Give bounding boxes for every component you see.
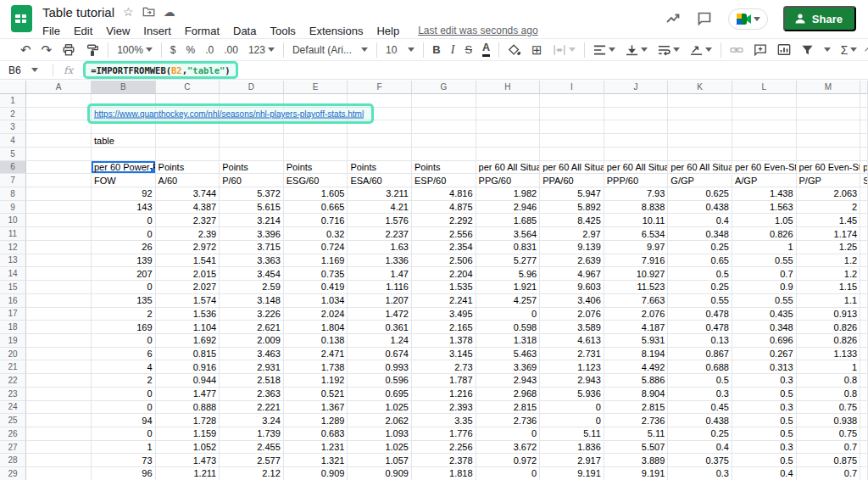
cell-I25[interactable]: 0 — [540, 414, 604, 427]
cell-F23[interactable]: 0.695 — [348, 388, 412, 401]
cell-I13[interactable]: 2.639 — [540, 254, 604, 268]
cell-D5[interactable] — [220, 148, 284, 161]
formula-input[interactable]: =IMPORTFROMWEB(B2,"table") — [91, 65, 230, 75]
cell-H27[interactable]: 3.672 — [476, 441, 541, 455]
cell-N18[interactable] — [860, 321, 868, 334]
cell-J15[interactable]: 11.523 — [604, 281, 669, 294]
cell-F3[interactable] — [348, 120, 412, 134]
cell-E24[interactable]: 1.367 — [284, 401, 348, 415]
cell-F5[interactable] — [348, 148, 412, 161]
cell-E12[interactable]: 0.724 — [284, 241, 348, 254]
cell-H19[interactable]: 1.318 — [476, 334, 541, 348]
format-percent-button[interactable]: % — [181, 40, 201, 60]
cell-K28[interactable]: 0.375 — [668, 454, 732, 467]
cell-A22[interactable] — [26, 374, 92, 388]
cell-C26[interactable]: 1.159 — [156, 427, 220, 441]
cell-C24[interactable]: 0.888 — [156, 401, 220, 415]
cell-A10[interactable] — [26, 214, 92, 227]
row-header-4[interactable]: 4 — [0, 134, 26, 148]
last-edit-link[interactable]: Last edit was seconds ago — [418, 25, 537, 36]
cell-E26[interactable]: 0.683 — [284, 427, 348, 441]
cell-L25[interactable]: 0.5 — [732, 414, 797, 427]
column-header-C[interactable]: C — [156, 81, 220, 94]
row-header-27[interactable]: 27 — [0, 441, 26, 455]
cell-A16[interactable] — [26, 294, 92, 308]
insights-icon[interactable] — [665, 11, 682, 26]
cell-B23[interactable]: 0 — [92, 388, 156, 401]
cell-G23[interactable]: 1.216 — [412, 388, 476, 401]
cell-K5[interactable] — [668, 148, 732, 161]
cell-A24[interactable] — [26, 401, 92, 415]
row-header-26[interactable]: 26 — [0, 427, 26, 441]
meet-button[interactable] — [728, 8, 768, 30]
cell-F6[interactable]: Points — [348, 161, 412, 175]
column-header-G[interactable]: G — [412, 81, 476, 94]
row-header-17[interactable]: 17 — [0, 308, 26, 321]
cell-B29[interactable]: 96 — [92, 467, 156, 480]
cell-N1[interactable] — [860, 94, 868, 108]
cell-N29[interactable] — [860, 467, 868, 480]
cell-B15[interactable]: 0 — [92, 281, 156, 294]
row-header-18[interactable]: 18 — [0, 321, 26, 334]
cell-E16[interactable]: 1.034 — [284, 294, 348, 308]
menu-edit[interactable]: Edit — [67, 25, 99, 37]
menu-help[interactable]: Help — [370, 25, 406, 37]
cell-K20[interactable]: 0.867 — [668, 348, 732, 361]
cell-B17[interactable]: 2 — [92, 308, 156, 321]
row-header-3[interactable]: 3 — [0, 120, 26, 134]
cell-B7[interactable]: FOW — [92, 174, 156, 187]
cell-N23[interactable] — [860, 388, 868, 401]
cell-M29[interactable]: 0.7 — [797, 467, 861, 480]
cell-N12[interactable] — [860, 241, 868, 254]
decrease-decimal-button[interactable]: .0 — [200, 40, 219, 60]
cell-N25[interactable] — [860, 414, 868, 427]
cell-K12[interactable]: 0.25 — [668, 241, 732, 254]
cell-J20[interactable]: 8.194 — [604, 348, 669, 361]
cell-A8[interactable] — [26, 187, 92, 201]
cell-L12[interactable]: 1 — [732, 241, 797, 254]
cell-E20[interactable]: 2.471 — [284, 348, 348, 361]
cell-G25[interactable]: 3.35 — [412, 414, 476, 427]
row-header-6[interactable]: 6 — [0, 161, 26, 175]
functions-button[interactable]: Σ — [836, 40, 863, 60]
cell-B26[interactable]: 0 — [92, 427, 156, 441]
cell-L22[interactable]: 0.3 — [732, 374, 797, 388]
column-header-E[interactable]: E — [284, 81, 348, 94]
cell-C20[interactable]: 0.815 — [156, 348, 220, 361]
column-header-F[interactable]: F — [348, 81, 412, 94]
cell-E19[interactable]: 0.138 — [284, 334, 348, 348]
cell-C12[interactable]: 2.972 — [156, 241, 220, 254]
cell-J24[interactable]: 2.815 — [604, 401, 669, 415]
cell-L21[interactable]: 0.313 — [732, 360, 797, 374]
cell-G29[interactable]: 1.818 — [412, 467, 476, 480]
cell-F11[interactable]: 2.237 — [348, 227, 412, 241]
column-header-A[interactable]: A — [26, 81, 92, 94]
collapse-toolbar-button[interactable] — [862, 40, 868, 60]
cell-G2[interactable] — [412, 108, 476, 121]
cell-L16[interactable]: 0.55 — [732, 294, 797, 308]
cell-N28[interactable] — [860, 454, 868, 467]
cell-G1[interactable] — [412, 94, 476, 108]
cell-J10[interactable]: 10.11 — [604, 214, 669, 227]
cell-J7[interactable]: PPP/60 — [604, 174, 669, 187]
cell-F29[interactable]: 0.909 — [348, 467, 412, 480]
cell-G11[interactable]: 2.556 — [412, 227, 476, 241]
cell-H29[interactable]: 0 — [476, 467, 541, 480]
menu-view[interactable]: View — [99, 25, 136, 37]
cell-K17[interactable]: 0.478 — [668, 308, 732, 321]
row-header-16[interactable]: 16 — [0, 294, 26, 308]
cell-G28[interactable]: 2.378 — [412, 454, 476, 467]
cell-K11[interactable]: 0.348 — [668, 227, 732, 241]
cell-I29[interactable]: 9.191 — [540, 467, 604, 480]
strikethrough-button[interactable]: S — [459, 40, 477, 60]
cell-F14[interactable]: 1.47 — [348, 267, 412, 281]
cell-I23[interactable]: 5.936 — [540, 388, 604, 401]
cell-J26[interactable]: 5.11 — [604, 427, 669, 441]
column-header-B[interactable]: B — [92, 81, 156, 94]
cell-E6[interactable]: Points — [284, 161, 348, 175]
star-icon[interactable]: ☆ — [123, 6, 134, 18]
cell-G18[interactable]: 2.165 — [412, 321, 476, 334]
cell-I16[interactable]: 3.406 — [540, 294, 604, 308]
cell-I26[interactable]: 5.11 — [540, 427, 604, 441]
cell-K1[interactable] — [668, 94, 732, 108]
